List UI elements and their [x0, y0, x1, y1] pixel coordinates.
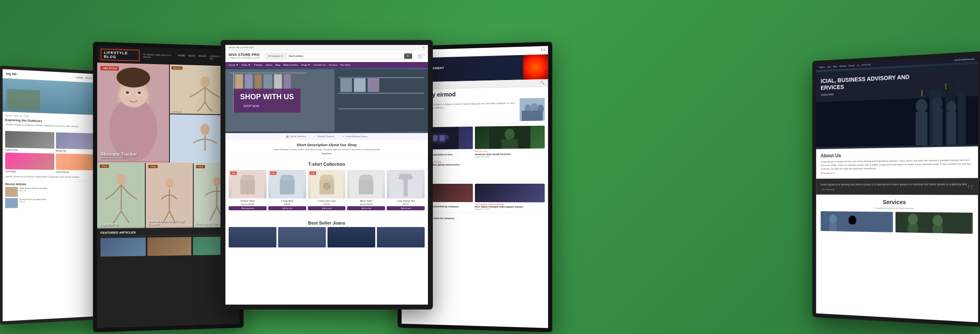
s3-nav-shop[interactable]: Shop ▼ [242, 64, 251, 66]
s1-grid-label: Fashion Style [5, 149, 54, 152]
s3-nav-jeans[interactable]: Jeans [265, 64, 272, 66]
s5-nav-devest[interactable]: Devest [849, 64, 855, 67]
s1-grid-item: Travel Blog [5, 153, 54, 173]
s2-featured-grid [100, 236, 236, 256]
s3-about-title: Short Description About Our Shop [229, 143, 425, 147]
s5-nav-us[interactable]: Us [857, 64, 860, 67]
s4-banner-firework-image [523, 54, 548, 80]
s5-nav-blog[interactable]: Blog [833, 65, 837, 68]
s1-nav-item[interactable]: BLOG [85, 76, 92, 79]
s3-topbar-text: We are with you since 2021 [229, 46, 254, 49]
s3-nav-home[interactable]: Home ▼ [229, 64, 238, 66]
s5-services-sub: Complete solutions for your business [821, 206, 973, 210]
s3-nav-page[interactable]: Page ▼ [301, 64, 310, 66]
s1-nav-item[interactable]: HOME [76, 76, 83, 79]
s3-product-price-4: £29.00 £18.00 [347, 203, 385, 205]
s3-topbar-search-icon[interactable]: 🔍 [422, 46, 425, 49]
s2-hero-left: LIFE STYLE Skincare Tracker admin | May … [97, 62, 169, 163]
s2-right-title1: Skincare [172, 109, 182, 112]
s4-japan-date: August 19, 2021 [474, 208, 544, 211]
s3-add-to-cart-btn-3[interactable]: Add to cart [308, 206, 346, 210]
s4-boss-date: August 16, 2021 [474, 155, 544, 158]
s3-nav-contact[interactable]: Contact Us [314, 64, 326, 66]
s3-add-to-cart-btn-4[interactable]: Add to cart [347, 206, 385, 210]
s3-product-3: Sale T-shirt with Logo £28.00 Add to car… [308, 170, 346, 210]
s3-add-to-cart-btn-5[interactable]: Add to cart [387, 206, 425, 210]
s3-shop-now-button[interactable]: SHOP NOW [240, 103, 263, 109]
s3-search-button[interactable]: 🔍 [404, 53, 412, 59]
s2-yoga-badge-1: YOGA [100, 165, 109, 168]
s3-view-products-btn[interactable]: View products [229, 206, 267, 210]
s3-product-price-5: £25.00 [387, 203, 425, 205]
s5-nav-tips[interactable]: Tips [827, 65, 831, 68]
s1-grid-label: Travel Blog [5, 170, 54, 173]
s3-jeans-img-3 [327, 227, 375, 247]
s5-quote-author: - the Manager [821, 188, 973, 191]
s3-read-more-link[interactable]: Read More [229, 152, 425, 155]
s3-truck-icon: 🚚 [286, 135, 289, 138]
s2-featured-section: FEATURED ARTICLES [97, 227, 240, 259]
s3-hero-text-block: SHOP WITH US SHOP NOW [234, 89, 301, 113]
s3-banner-strip: 🚚 Quick Delivery ✓ Quality Product ↩ Goo… [225, 133, 428, 140]
s3-nav-buynow[interactable]: Buy Now [341, 64, 350, 66]
s3-sale-badge-3: Sale [310, 171, 316, 175]
s2-nav-home[interactable]: HOME [178, 54, 185, 59]
s3-quality-icon: ✓ [314, 135, 316, 138]
s5-read-more-link[interactable]: Read More >> [821, 171, 973, 175]
svg-point-16 [165, 179, 173, 188]
s5-nav-mail[interactable]: MailUs [819, 66, 825, 69]
s3-product-name-2: T-shirt Blue [268, 200, 306, 202]
s3-product-img-4 [347, 170, 385, 198]
s2-nav-pages[interactable]: PAGES [198, 55, 207, 60]
s3-nav-blog[interactable]: Blog [275, 64, 280, 66]
s2-feat-item-2 [147, 237, 192, 256]
s3-logo-block: NIVA STORE PRO COMPLETE SHOPPING CENTER [229, 53, 260, 59]
s3-product-img-2: Sale [268, 170, 306, 198]
s1-grid-img [5, 131, 54, 149]
svg-point-14 [116, 174, 126, 185]
screen-business-advisory: MailUs Tips Blog Stefanie Devest Us 00 0… [812, 51, 980, 327]
s5-service-img-2 [895, 212, 973, 234]
s3-add-to-cart-btn-2[interactable]: Add to cart [268, 206, 306, 210]
s2-bottom-item-2: YOGA More on Beginning a Yoga Practice [146, 163, 193, 228]
s3-nav-baby[interactable]: Baby Clothes [283, 64, 298, 66]
s5-quote-section: " lorem ipsum is a dummy text lorem ipsu… [816, 178, 978, 195]
s5-nav-stefanie[interactable]: Stefanie [839, 65, 846, 67]
s3-search-bar: All Categories ▼ Search products 🔍 [265, 53, 412, 59]
svg-rect-76 [945, 83, 946, 89]
svg-rect-75 [922, 90, 922, 96]
s3-cart-icon[interactable]: 🛒2 [417, 53, 425, 59]
s5-about-title: About Us [821, 151, 973, 159]
s4-article-boss: POLITICS city American boss break busine… [474, 126, 544, 158]
s5-services-section: Services Complete solutions for your bus… [816, 194, 978, 238]
s4-twitter-icon[interactable]: t [544, 48, 545, 52]
s3-product-price-1: £10.00 £45.00 [229, 203, 267, 205]
s2-bottom-grid: YOGA Yoga After 50 YOGA More on Beginnin… [97, 162, 240, 228]
s3-carousel-dots[interactable]: • • • [225, 210, 428, 219]
s3-nav: Home ▼ Shop ▼ Trinkets Jeans Blog Baby C… [225, 62, 428, 68]
s5-nav-phone: 00 00 000 [862, 63, 871, 66]
svg-rect-84 [908, 224, 918, 233]
s3-nav-forums[interactable]: Forums [329, 64, 337, 66]
s3-hero-banner: SHOP WITH US SHOP NOW [225, 68, 428, 133]
s2-nav-blog[interactable]: BLOG [188, 54, 195, 59]
s3-search-input[interactable]: Search products [286, 53, 404, 59]
s3-jeans-products [225, 227, 428, 247]
svg-rect-60 [501, 139, 517, 149]
s1-grid-img [5, 153, 54, 170]
s2-main-post-title: Skincare Tracker admin | May 22, 2021 [100, 151, 137, 159]
svg-rect-51 [522, 110, 543, 121]
s3-category-select[interactable]: All Categories ▼ [265, 53, 286, 59]
s3-jeans-img-1 [229, 227, 276, 247]
s4-boss-img [474, 126, 544, 149]
s3-product-1: Sale Striped Tshirt £10.00 £45.00 View p… [229, 170, 267, 210]
s3-nav-trinkets[interactable]: Trinkets [254, 64, 262, 66]
s4-contact-search-icon[interactable]: 🔍 [541, 81, 545, 85]
s2-feat-img-1 [100, 238, 145, 257]
s2-bottom-title-1: Yoga After 50 [100, 223, 143, 226]
svg-rect-74 [947, 111, 956, 145]
s5-quote-mark: " [967, 180, 973, 200]
s4-facebook-icon[interactable]: f [541, 48, 542, 52]
s5-hero-text: ICIAL, BUSINESS ADVISORY ANDERVICES subs… [821, 73, 909, 96]
s2-nav-contact[interactable]: CONTACT US [209, 55, 221, 60]
